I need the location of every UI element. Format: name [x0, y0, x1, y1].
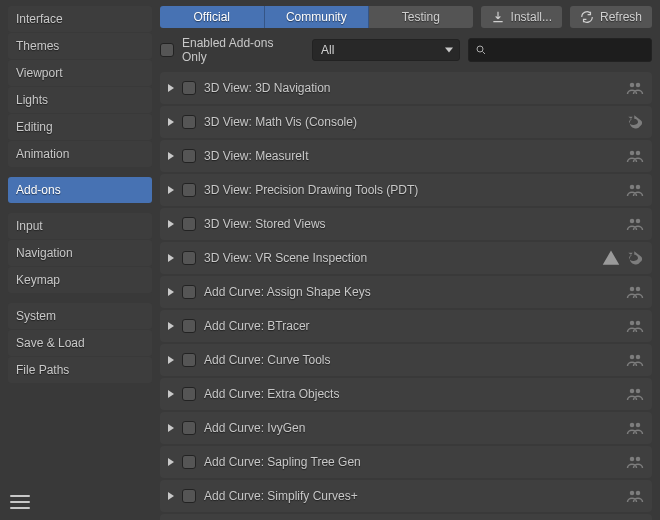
community-icon [626, 181, 644, 199]
addon-source-tab-testing[interactable]: Testing [369, 6, 473, 28]
addon-disclosure-toggle[interactable] [168, 220, 174, 228]
download-icon [491, 10, 505, 24]
addon-meta-icons [626, 283, 644, 301]
sidebar-item-navigation[interactable]: Navigation [8, 240, 152, 266]
blender-icon [626, 113, 644, 131]
sidebar-item-label: Input [16, 219, 43, 233]
svg-point-2 [636, 83, 641, 88]
addon-disclosure-toggle[interactable] [168, 118, 174, 126]
sidebar-item-viewport[interactable]: Viewport [8, 60, 152, 86]
addon-disclosure-toggle[interactable] [168, 288, 174, 296]
addon-disclosure-toggle[interactable] [168, 152, 174, 160]
svg-point-5 [630, 185, 635, 190]
tab-label: Community [286, 10, 347, 24]
refresh-button[interactable]: Refresh [570, 6, 652, 28]
sidebar-item-label: File Paths [16, 363, 69, 377]
sidebar-item-label: Viewport [16, 66, 62, 80]
sidebar-item-file-paths[interactable]: File Paths [8, 357, 152, 383]
svg-point-13 [630, 355, 635, 360]
addon-row: Add Mesh: A.N.T.Landscape [160, 514, 652, 520]
addon-source-tab-community[interactable]: Community [265, 6, 370, 28]
addon-row: 3D View: VR Scene Inspection [160, 242, 652, 274]
addon-search-field[interactable] [468, 38, 652, 62]
addon-enable-checkbox[interactable] [182, 353, 196, 367]
svg-point-0 [477, 46, 483, 52]
addon-row: 3D View: Math Vis (Console) [160, 106, 652, 138]
addon-enable-checkbox[interactable] [182, 183, 196, 197]
sidebar-item-themes[interactable]: Themes [8, 33, 152, 59]
addon-row: Add Curve: IvyGen [160, 412, 652, 444]
addon-disclosure-toggle[interactable] [168, 356, 174, 364]
addon-disclosure-toggle[interactable] [168, 492, 174, 500]
svg-point-9 [630, 287, 635, 292]
community-icon [626, 419, 644, 437]
addon-disclosure-toggle[interactable] [168, 254, 174, 262]
sidebar-item-animation[interactable]: Animation [8, 141, 152, 167]
addon-meta-icons [626, 147, 644, 165]
sidebar-item-label: Navigation [16, 246, 73, 260]
sidebar-item-label: Add-ons [16, 183, 61, 197]
addon-name: 3D View: Math Vis (Console) [204, 115, 618, 129]
addon-source-tab-official[interactable]: Official [160, 6, 265, 28]
addon-enable-checkbox[interactable] [182, 489, 196, 503]
addon-search-input[interactable] [487, 41, 645, 59]
svg-point-19 [630, 457, 635, 462]
sidebar-item-label: Animation [16, 147, 69, 161]
addon-enable-checkbox[interactable] [182, 217, 196, 231]
svg-point-15 [630, 389, 635, 394]
addon-name: 3D View: Stored Views [204, 217, 618, 231]
addon-list[interactable]: 3D View: 3D Navigation3D View: Math Vis … [160, 72, 652, 520]
addon-row: 3D View: Precision Drawing Tools (PDT) [160, 174, 652, 206]
svg-point-10 [636, 287, 641, 292]
addon-enable-checkbox[interactable] [182, 115, 196, 129]
svg-point-8 [636, 219, 641, 224]
search-icon [475, 44, 487, 56]
addon-name: 3D View: 3D Navigation [204, 81, 618, 95]
addon-disclosure-toggle[interactable] [168, 84, 174, 92]
hamburger-menu-button[interactable] [8, 490, 32, 514]
warning-icon [602, 249, 620, 267]
sidebar-item-save-load[interactable]: Save & Load [8, 330, 152, 356]
addon-row: 3D View: 3D Navigation [160, 72, 652, 104]
addon-name: 3D View: MeasureIt [204, 149, 618, 163]
addon-meta-icons [626, 453, 644, 471]
addon-meta-icons [626, 317, 644, 335]
sidebar-item-system[interactable]: System [8, 303, 152, 329]
install-label: Install... [511, 10, 552, 24]
svg-point-12 [636, 321, 641, 326]
addon-enable-checkbox[interactable] [182, 387, 196, 401]
community-icon [626, 351, 644, 369]
addon-row: Add Curve: Assign Shape Keys [160, 276, 652, 308]
sidebar-item-editing[interactable]: Editing [8, 114, 152, 140]
enabled-only-checkbox[interactable] [160, 43, 174, 57]
addon-enable-checkbox[interactable] [182, 149, 196, 163]
addon-disclosure-toggle[interactable] [168, 458, 174, 466]
addon-name: 3D View: Precision Drawing Tools (PDT) [204, 183, 618, 197]
addon-enable-checkbox[interactable] [182, 81, 196, 95]
community-icon [626, 385, 644, 403]
sidebar-item-input[interactable]: Input [8, 213, 152, 239]
community-icon [626, 147, 644, 165]
addon-disclosure-toggle[interactable] [168, 322, 174, 330]
sidebar-item-interface[interactable]: Interface [8, 6, 152, 32]
addon-enable-checkbox[interactable] [182, 421, 196, 435]
addon-disclosure-toggle[interactable] [168, 186, 174, 194]
sidebar-item-keymap[interactable]: Keymap [8, 267, 152, 293]
svg-point-3 [630, 151, 635, 156]
addon-enable-checkbox[interactable] [182, 319, 196, 333]
addon-enable-checkbox[interactable] [182, 455, 196, 469]
addons-filter-bar: Enabled Add-ons Only All [160, 36, 652, 64]
sidebar-item-lights[interactable]: Lights [8, 87, 152, 113]
svg-point-14 [636, 355, 641, 360]
install-button[interactable]: Install... [481, 6, 562, 28]
addon-disclosure-toggle[interactable] [168, 390, 174, 398]
category-dropdown[interactable]: All [312, 39, 460, 61]
blender-icon [626, 249, 644, 267]
svg-point-21 [630, 491, 635, 496]
tab-label: Testing [402, 10, 440, 24]
addon-disclosure-toggle[interactable] [168, 424, 174, 432]
sidebar-item-add-ons[interactable]: Add-ons [8, 177, 152, 203]
addon-meta-icons [626, 79, 644, 97]
addon-enable-checkbox[interactable] [182, 285, 196, 299]
addon-enable-checkbox[interactable] [182, 251, 196, 265]
